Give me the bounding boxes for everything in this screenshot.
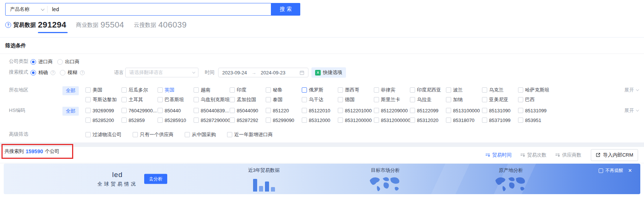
checkbox-icon[interactable] — [266, 87, 271, 93]
region-checkbox-item[interactable]: 巴西 — [518, 96, 554, 103]
hs-code-checkbox-item[interactable]: 85044090 — [230, 108, 266, 113]
checkbox-icon[interactable] — [194, 108, 199, 113]
checkbox-icon[interactable] — [122, 118, 127, 123]
region-checkbox-item[interactable]: 英国 — [158, 87, 194, 93]
sort-option[interactable]: 贸易次数 — [520, 152, 546, 158]
dismiss-control[interactable]: 不再提醒 ✕ — [599, 167, 632, 174]
checkbox-icon[interactable] — [158, 97, 163, 102]
region-expand-link[interactable]: 展开 — [624, 85, 638, 95]
checkbox-icon[interactable] — [85, 108, 91, 113]
checkbox-icon[interactable] — [446, 97, 451, 102]
dismiss-checkbox-icon[interactable] — [599, 168, 603, 173]
region-checkbox-item[interactable]: 俄罗斯 — [302, 87, 338, 93]
hs-code-checkbox-item[interactable]: 8531200000 — [338, 118, 374, 123]
hs-code-checkbox-item[interactable]: 85299090 — [266, 118, 302, 123]
search-button[interactable]: 搜 索 — [271, 3, 300, 16]
info-icon[interactable]: ? — [80, 70, 85, 75]
region-checkbox-item[interactable]: 波兰 — [446, 87, 482, 93]
hs-code-checkbox-item[interactable]: 85312020 — [410, 118, 446, 123]
region-checkbox-item[interactable]: 印度 — [230, 87, 266, 93]
hs-code-checkbox-item[interactable]: 85287292 — [230, 118, 266, 123]
checkbox-icon[interactable] — [85, 87, 91, 93]
region-checkbox-item[interactable]: 印度尼西亚 — [410, 87, 446, 93]
checkbox-icon[interactable] — [266, 118, 271, 123]
hs-code-all-chip[interactable]: 全部 — [62, 107, 79, 116]
checkbox-icon[interactable] — [410, 108, 415, 113]
question-circle-icon[interactable]: ? — [5, 22, 11, 28]
info-icon[interactable]: ? — [51, 70, 55, 75]
checkbox-icon[interactable] — [122, 97, 127, 102]
checkbox-icon[interactable] — [266, 97, 271, 102]
analyze-button[interactable]: 去分析 — [144, 174, 167, 184]
company-type-radio[interactable]: 进口商? — [30, 58, 53, 65]
hs-code-checkbox-item[interactable]: 850440839... — [194, 108, 230, 113]
checkbox-icon[interactable] — [518, 87, 523, 93]
region-checkbox-item[interactable]: 泰国 — [266, 96, 302, 103]
checkbox-icon[interactable] — [194, 97, 199, 102]
date-range-picker[interactable]: 2023-09-24 → 2024-09-23 — [218, 68, 308, 77]
checkbox-icon[interactable] — [410, 118, 415, 123]
search-category-select[interactable]: 产品名称 — [6, 3, 47, 15]
region-checkbox-item[interactable]: 越南 — [194, 87, 230, 93]
banner-card-origin[interactable]: 原产地分析 — [487, 167, 535, 193]
region-checkbox-item[interactable]: 乌兹别克斯坦 — [194, 96, 230, 103]
region-checkbox-item[interactable]: 土耳其 — [122, 96, 158, 103]
end-date[interactable]: 2024-09-23 — [261, 70, 286, 76]
region-checkbox-item[interactable]: 菲律宾 — [374, 87, 410, 93]
region-checkbox-item[interactable]: 美国 — [85, 87, 122, 93]
hs-code-checkbox-item[interactable]: 85131099 — [518, 108, 554, 113]
quick-options-button[interactable]: X 快捷选项 — [311, 67, 346, 78]
region-checkbox-item[interactable]: 孟加拉国 — [230, 96, 266, 103]
checkbox-icon[interactable] — [518, 97, 523, 102]
checkbox-icon[interactable] — [122, 87, 127, 93]
checkbox-icon[interactable] — [302, 108, 307, 113]
advanced-checkbox-item[interactable]: 过滤物流公司 — [85, 131, 122, 138]
region-checkbox-item[interactable]: 秘鲁 — [266, 87, 302, 93]
region-all-chip[interactable]: 全部 — [62, 86, 79, 95]
checkbox-icon[interactable] — [227, 132, 232, 137]
tab-business-data[interactable]: 商业数据 95504 — [76, 20, 124, 33]
region-checkbox-item[interactable]: 厄瓜多尔 — [122, 87, 158, 93]
tab-trade-data[interactable]: ? 贸易数据 291294 — [5, 20, 66, 33]
hs-code-checkbox-item[interactable]: 85131090 — [482, 108, 518, 113]
checkbox-icon[interactable] — [302, 97, 307, 102]
checkbox-icon[interactable] — [374, 97, 379, 102]
hs-code-checkbox-item[interactable]: 853951 — [518, 118, 554, 123]
sort-option[interactable]: 贸易时间 — [485, 152, 511, 158]
checkbox-icon[interactable] — [374, 87, 379, 93]
hs-code-expand-link[interactable]: 展开 — [624, 106, 638, 115]
checkbox-icon[interactable] — [230, 87, 235, 93]
checkbox-icon[interactable] — [374, 118, 379, 123]
hs-code-checkbox-item[interactable]: 85285910 — [158, 118, 194, 123]
checkbox-icon[interactable] — [158, 87, 163, 93]
region-checkbox-item[interactable]: 德国 — [338, 96, 374, 103]
checkbox-icon[interactable] — [230, 108, 235, 113]
hs-code-checkbox-item[interactable]: 85285200 — [85, 118, 122, 123]
checkbox-icon[interactable] — [338, 87, 343, 93]
checkbox-icon[interactable] — [122, 108, 127, 113]
checkbox-icon[interactable] — [482, 97, 487, 102]
hs-code-checkbox-item[interactable]: 8513100000 — [446, 108, 482, 113]
close-icon[interactable]: ✕ — [628, 168, 632, 173]
search-input[interactable] — [48, 6, 271, 12]
hs-code-checkbox-item[interactable]: 85371099 — [482, 118, 518, 123]
result-count[interactable]: 159590 — [26, 148, 43, 154]
hs-code-checkbox-item[interactable]: 85312000000 — [374, 118, 410, 123]
hs-code-checkbox-item[interactable]: 85122010 — [302, 108, 338, 113]
advanced-checkbox-item[interactable]: 只有一个供应商 — [133, 131, 174, 138]
search-mode-radio[interactable]: 精确? — [30, 69, 55, 76]
advanced-checkbox-item[interactable]: 近一年新增进口商 — [227, 131, 273, 138]
advanced-checkbox-item[interactable]: 从中国采购 — [185, 131, 216, 138]
hs-code-checkbox-item[interactable]: 850440 — [158, 108, 194, 113]
checkbox-icon[interactable] — [158, 108, 163, 113]
checkbox-icon[interactable] — [230, 97, 235, 102]
checkbox-icon[interactable] — [194, 118, 199, 123]
region-checkbox-item[interactable]: 乌干达 — [302, 96, 338, 103]
hs-code-checkbox-item[interactable]: 760429900... — [122, 108, 158, 113]
hs-code-checkbox-item[interactable]: 852859 — [122, 118, 158, 123]
start-date[interactable]: 2023-09-24 — [222, 70, 247, 76]
hs-code-checkbox-item[interactable]: 85287290000 — [194, 118, 230, 123]
checkbox-icon[interactable] — [194, 87, 199, 93]
banner-card-trade-trend[interactable]: 近3年贸易数据 — [240, 167, 288, 192]
checkbox-icon[interactable] — [266, 108, 271, 113]
